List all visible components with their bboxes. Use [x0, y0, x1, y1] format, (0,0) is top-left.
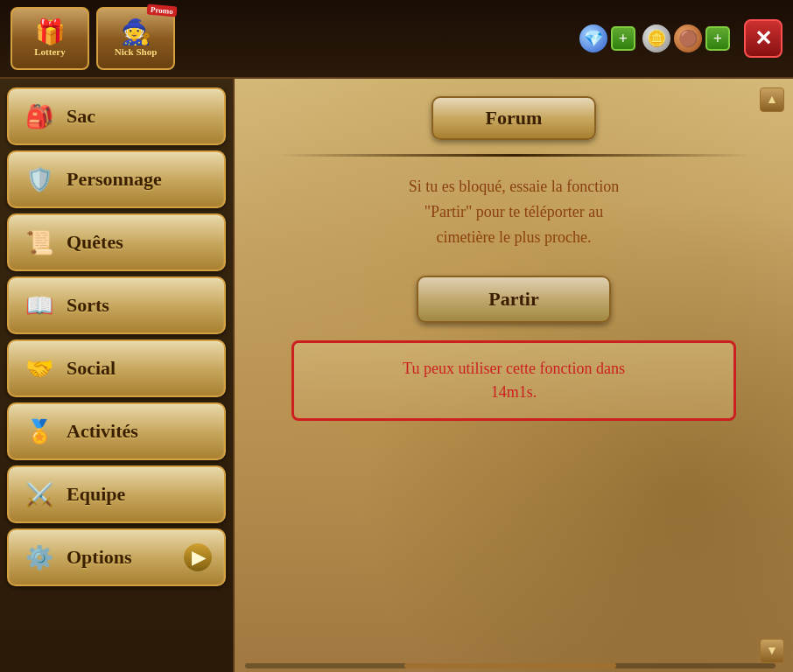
personnage-label: Personnage: [67, 168, 162, 191]
timer-line1: Tu peux utiliser cette fonction dans: [403, 360, 625, 377]
divider: [278, 154, 749, 157]
equipe-icon: ⚔️: [21, 476, 58, 513]
sidebar: 🎒 Sac 🛡️ Personnage 📜 Quêtes 📖 Sorts 🤝 S…: [0, 79, 235, 672]
info-text: Si tu es bloqué, essaie la fonction "Par…: [409, 174, 619, 249]
options-label: Options: [67, 546, 132, 569]
scroll-up-button[interactable]: ▲: [760, 88, 784, 112]
nickshop-icon: 🧙: [121, 20, 151, 45]
close-button[interactable]: ✕: [744, 19, 782, 58]
quetes-label: Quêtes: [67, 231, 123, 254]
diamond-icon: 💎: [579, 24, 607, 52]
add-currency-button[interactable]: +: [705, 26, 730, 51]
sidebar-item-equipe[interactable]: ⚔️ Equipe: [7, 466, 226, 523]
silver-group: 🪙 🟤 +: [642, 24, 730, 52]
sidebar-item-sac[interactable]: 🎒 Sac: [7, 88, 226, 145]
info-text-line2: "Partir" pour te téléporter au: [425, 203, 604, 220]
sidebar-item-social[interactable]: 🤝 Social: [7, 340, 226, 397]
scroll-down-icon: ▼: [766, 644, 778, 658]
timer-line2: 14m1s.: [491, 383, 537, 401]
equipe-label: Equipe: [67, 483, 125, 506]
lottery-label: Lottery: [34, 46, 65, 57]
sidebar-item-personnage[interactable]: 🛡️ Personnage: [7, 150, 226, 208]
lottery-icon: 🎁: [35, 20, 66, 45]
copper-icon: 🟤: [674, 24, 702, 52]
diamond-group: 💎 +: [579, 24, 635, 52]
main-content: 🎒 Sac 🛡️ Personnage 📜 Quêtes 📖 Sorts 🤝 S…: [0, 79, 793, 672]
sidebar-item-quetes[interactable]: 📜 Quêtes: [7, 214, 226, 271]
sorts-icon: 📖: [21, 287, 58, 324]
info-text-line1: Si tu es bloqué, essaie la fonction: [409, 178, 619, 195]
sac-label: Sac: [67, 105, 95, 128]
forum-button[interactable]: Forum: [432, 96, 597, 140]
sidebar-item-options[interactable]: ⚙️ Options ▶: [7, 528, 226, 586]
add-diamond-button[interactable]: +: [611, 26, 635, 51]
info-text-line3: cimetière le plus proche.: [437, 228, 592, 246]
partir-button[interactable]: Partir: [417, 276, 610, 323]
options-arrow-icon: ▶: [184, 543, 212, 571]
personnage-icon: 🛡️: [21, 161, 58, 198]
activites-icon: 🏅: [21, 413, 58, 450]
lottery-tab[interactable]: 🎁 Lottery: [11, 7, 89, 70]
social-label: Social: [67, 357, 116, 380]
quetes-icon: 📜: [21, 224, 58, 261]
silver-icon: 🪙: [642, 24, 670, 52]
top-bar: 🎁 Lottery Promo 🧙 Nick Shop 💎 + 🪙 🟤 + ✕: [0, 0, 793, 79]
scrollbar-thumb: [404, 663, 616, 668]
options-icon: ⚙️: [21, 539, 58, 576]
bottom-scrollbar[interactable]: [245, 663, 775, 668]
scroll-down-button[interactable]: ▼: [760, 639, 784, 663]
sac-icon: 🎒: [21, 98, 58, 135]
nickshop-tab[interactable]: Promo 🧙 Nick Shop: [96, 7, 175, 70]
timer-box: Tu peux utiliser cette fonction dans 14m…: [291, 340, 736, 421]
nickshop-label: Nick Shop: [115, 46, 158, 57]
sorts-label: Sorts: [67, 294, 109, 317]
timer-text: Tu peux utiliser cette fonction dans 14m…: [312, 357, 716, 404]
social-icon: 🤝: [21, 350, 58, 387]
right-panel: ▲ Forum Si tu es bloqué, essaie la fonct…: [235, 79, 793, 672]
sidebar-item-sorts[interactable]: 📖 Sorts: [7, 276, 226, 334]
activites-label: Activités: [67, 420, 138, 443]
scroll-up-icon: ▲: [766, 93, 778, 107]
sidebar-item-activites[interactable]: 🏅 Activités: [7, 402, 226, 460]
promo-badge: Promo: [147, 4, 178, 18]
